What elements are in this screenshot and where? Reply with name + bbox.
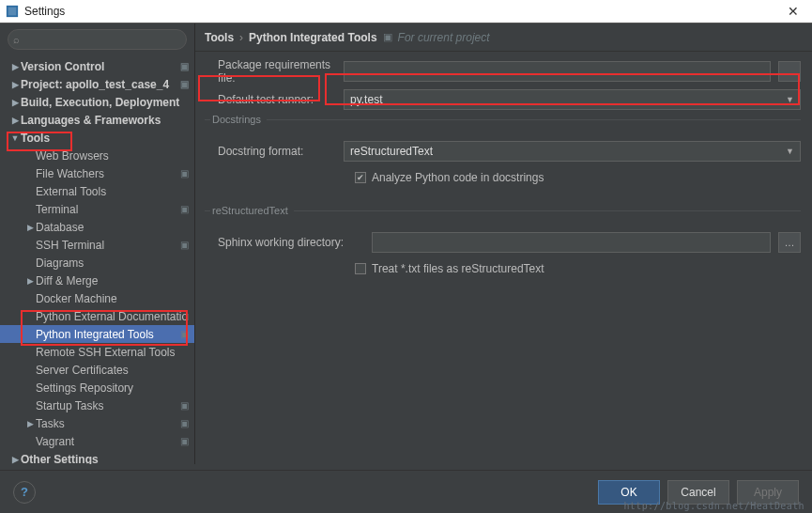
- project-scope-icon: ▣: [176, 329, 189, 339]
- chevron-down-icon: ▼: [9, 133, 21, 143]
- tree-item-label: SSH Terminal: [36, 239, 176, 252]
- tree-item[interactable]: Python Integrated Tools▣: [0, 325, 194, 343]
- tree-item[interactable]: Vagrant▣: [0, 432, 194, 450]
- section-rst-label: reStructuredText: [210, 205, 294, 216]
- tree-item[interactable]: Remote SSH External Tools: [0, 343, 194, 361]
- tree-item[interactable]: ▶Languages & Frameworks: [0, 111, 194, 129]
- row-docstring-format: Docstring format: reStructuredText ▼: [205, 139, 801, 163]
- tree-item-label: Languages & Frameworks: [21, 114, 189, 127]
- row-package-req: Package requirements file: …: [205, 59, 801, 84]
- tree-item[interactable]: ▶Project: apollo_test_case_4▣: [0, 75, 194, 93]
- tree-item-label: Diagrams: [36, 256, 189, 270]
- svg-rect-1: [8, 8, 17, 16]
- window-title: Settings: [24, 5, 780, 18]
- content-area: ⌕ ▶Version Control▣▶Project: apollo_test…: [0, 23, 812, 464]
- project-scope-icon: ▣: [176, 204, 189, 214]
- tree-item-label: Startup Tasks: [36, 399, 176, 412]
- tree-item-label: Python Integrated Tools: [36, 328, 176, 341]
- label-package-req: Package requirements file:: [205, 58, 336, 85]
- tree-item[interactable]: ▶Tasks▣: [0, 414, 194, 432]
- browse-package-req-button[interactable]: …: [778, 61, 801, 82]
- breadcrumb: Tools › Python Integrated Tools ▣ For cu…: [195, 23, 812, 52]
- settings-form: Package requirements file: … Default tes…: [195, 52, 812, 279]
- label-docstring-format: Docstring format:: [205, 145, 336, 158]
- chevron-right-icon: ▶: [9, 62, 21, 71]
- spacer: [205, 192, 801, 203]
- label-treat-txt: Treat *.txt files as reStructuredText: [372, 262, 544, 275]
- settings-sidebar: ⌕ ▶Version Control▣▶Project: apollo_test…: [0, 23, 195, 464]
- breadcrumb-meta: For current project: [398, 31, 490, 44]
- select-docstring-format[interactable]: reStructuredText ▼: [344, 141, 801, 162]
- search-input[interactable]: [8, 29, 187, 50]
- chevron-right-icon: ▶: [24, 419, 36, 428]
- chevron-right-icon: ▶: [9, 455, 21, 464]
- tree-item-label: Build, Execution, Deployment: [21, 96, 189, 109]
- tree-item-label: Tools: [21, 132, 189, 145]
- chevron-right-icon: ›: [239, 31, 243, 44]
- project-scope-icon: ▣: [176, 79, 189, 89]
- section-docstrings: Docstrings: [205, 119, 801, 133]
- tree-item-label: Version Control: [21, 60, 176, 73]
- tree-item[interactable]: Settings Repository: [0, 379, 194, 396]
- row-test-runner: Default test runner: py.test ▼: [205, 87, 801, 112]
- project-scope-icon: ▣: [176, 61, 189, 71]
- tree-item-label: Other Settings: [21, 453, 189, 465]
- tree-item[interactable]: External Tools: [0, 182, 194, 200]
- input-package-req[interactable]: [344, 61, 771, 82]
- tree-item-label: Tasks: [36, 417, 176, 430]
- chevron-right-icon: ▶: [24, 223, 36, 232]
- row-analyze-checkbox: ✔ Analyze Python code in docstrings: [205, 167, 801, 188]
- tree-item[interactable]: Docker Machine: [0, 289, 194, 307]
- tree-item-label: Web Browsers: [36, 149, 189, 163]
- search-wrap: ⌕: [0, 23, 194, 55]
- select-test-runner-value: py.test: [350, 93, 382, 106]
- breadcrumb-leaf: Python Integrated Tools: [249, 31, 376, 44]
- project-scope-icon: ▣: [176, 436, 189, 446]
- project-scope-icon: ▣: [176, 418, 189, 428]
- tree-item[interactable]: Terminal▣: [0, 200, 194, 218]
- chevron-down-icon: ▼: [786, 147, 794, 156]
- chevron-right-icon: ▶: [9, 98, 21, 107]
- tree-item-label: Terminal: [36, 203, 176, 216]
- watermark: http://blog.csdn.net/HeatDeath: [623, 501, 804, 511]
- tree-item-label: Settings Repository: [36, 381, 189, 395]
- tree-item[interactable]: Python External Documentation: [0, 307, 194, 325]
- row-treat-txt-checkbox: Treat *.txt files as reStructuredText: [205, 258, 801, 279]
- tree-item[interactable]: ▶Build, Execution, Deployment: [0, 93, 194, 111]
- tree-item[interactable]: Diagrams: [0, 254, 194, 272]
- chevron-right-icon: ▶: [9, 80, 21, 89]
- tree-item[interactable]: Server Certificates: [0, 361, 194, 379]
- checkbox-analyze[interactable]: ✔: [355, 172, 366, 183]
- browse-sphinx-dir-button[interactable]: …: [778, 232, 801, 253]
- tree-item[interactable]: ▶Database: [0, 218, 194, 236]
- project-scope-icon: ▣: [176, 240, 189, 250]
- row-sphinx-dir: Sphinx working directory: …: [205, 230, 801, 255]
- tree-item[interactable]: ▼Tools: [0, 129, 194, 147]
- tree-item[interactable]: Web Browsers: [0, 147, 194, 164]
- label-test-runner: Default test runner:: [205, 93, 336, 106]
- project-scope-icon: ▣: [176, 400, 189, 411]
- tree-item[interactable]: ▶Diff & Merge: [0, 272, 194, 289]
- main-panel: Tools › Python Integrated Tools ▣ For cu…: [195, 23, 812, 464]
- tree-item-label: Diff & Merge: [36, 274, 189, 288]
- label-sphinx-dir: Sphinx working directory:: [205, 236, 364, 249]
- tree-item[interactable]: File Watchers▣: [0, 164, 194, 182]
- tree-item[interactable]: ▶Other Settings: [0, 450, 194, 464]
- tree-item-label: Database: [36, 221, 189, 234]
- tree-item[interactable]: SSH Terminal▣: [0, 236, 194, 254]
- tree-item-label: File Watchers: [36, 167, 176, 180]
- section-rst: reStructuredText: [205, 210, 801, 225]
- help-button[interactable]: ?: [13, 481, 36, 504]
- settings-tree: ▶Version Control▣▶Project: apollo_test_c…: [0, 55, 194, 464]
- input-sphinx-dir[interactable]: [372, 232, 771, 253]
- tree-item-label: Project: apollo_test_case_4: [21, 78, 176, 91]
- close-icon[interactable]: ✕: [780, 4, 806, 19]
- select-test-runner[interactable]: py.test ▼: [344, 89, 801, 110]
- chevron-right-icon: ▶: [9, 116, 21, 125]
- tree-item[interactable]: Startup Tasks▣: [0, 396, 194, 414]
- tree-item[interactable]: ▶Version Control▣: [0, 57, 194, 75]
- tree-item-label: Python External Documentation: [36, 310, 189, 323]
- breadcrumb-root: Tools: [205, 31, 234, 44]
- checkbox-treat-txt[interactable]: [355, 263, 366, 274]
- label-analyze: Analyze Python code in docstrings: [372, 171, 544, 184]
